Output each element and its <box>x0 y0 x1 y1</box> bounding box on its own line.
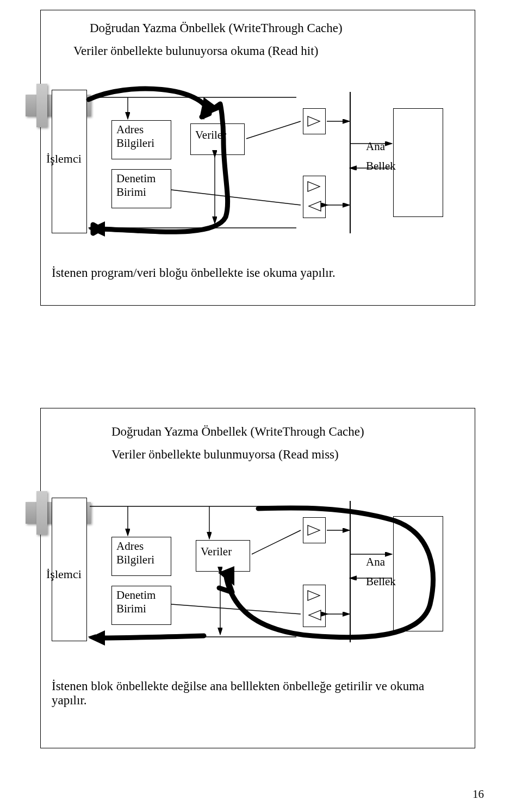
thick-path-readhit <box>41 10 475 305</box>
figure2-caption: İstenen blok önbellekte değilse ana bell… <box>52 679 454 708</box>
figure1-caption: İstenen program/veri bloğu önbellekte is… <box>52 266 335 280</box>
figure-panel-1: Doğrudan Yazma Önbellek (WriteThrough Ca… <box>40 10 475 306</box>
page-number: 16 <box>473 788 484 801</box>
figure-panel-2: Doğrudan Yazma Önbellek (WriteThrough Ca… <box>40 408 475 748</box>
svg-marker-31 <box>89 630 105 646</box>
